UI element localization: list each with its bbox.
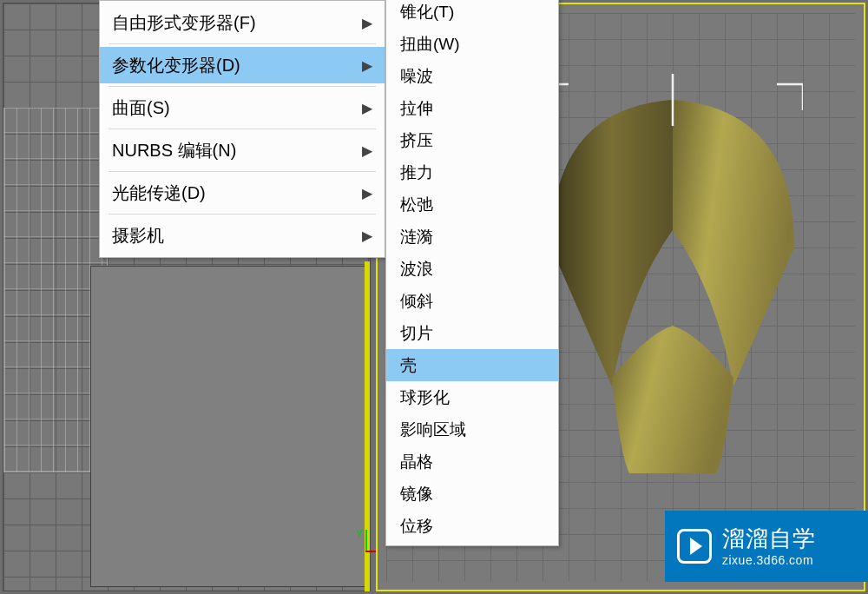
3d-object[interactable]	[542, 74, 803, 482]
menu-item-label: 噪波	[400, 65, 544, 88]
submenu-item-noise[interactable]: 噪波	[386, 60, 558, 92]
menu-separator	[108, 43, 376, 44]
submenu-item-spherify[interactable]: 球形化	[386, 381, 558, 413]
context-menu-main: 自由形式变形器(F) ▶ 参数化变形器(D) ▶ 曲面(S) ▶ NURBS 编…	[99, 0, 385, 258]
menu-item-label: 镜像	[400, 483, 544, 505]
menu-item-label: 影响区域	[400, 419, 544, 441]
submenu-item-mirror[interactable]: 镜像	[386, 478, 558, 510]
submenu-item-push[interactable]: 推力	[386, 156, 558, 188]
submenu-item-affect-region[interactable]: 影响区域	[386, 413, 558, 446]
submenu-item-relax[interactable]: 松弛	[386, 188, 558, 221]
context-menu-sub: 锥化(T) 扭曲(W) 噪波 拉伸 挤压 推力 松弛 涟漪 波浪 倾斜 切片 壳…	[385, 0, 559, 546]
menu-item-label: 摄影机	[112, 224, 362, 248]
watermark-badge: 溜溜自学 zixue.3d66.com	[665, 511, 868, 582]
submenu-item-ripple[interactable]: 涟漪	[386, 221, 558, 253]
menu-item-label: 位移	[400, 515, 544, 538]
submenu-item-stretch[interactable]: 拉伸	[386, 92, 558, 124]
chevron-right-icon: ▶	[362, 142, 372, 159]
menu-separator	[108, 214, 376, 214]
play-icon	[677, 529, 712, 564]
menu-item-freeform-deform[interactable]: 自由形式变形器(F) ▶	[100, 4, 385, 41]
watermark-title: 溜溜自学	[722, 525, 816, 553]
menu-separator	[108, 129, 376, 129]
menu-item-label: 曲面(S)	[112, 96, 362, 120]
chevron-right-icon: ▶	[362, 15, 372, 31]
menu-item-label: 自由形式变形器(F)	[112, 11, 362, 35]
menu-item-label: 球形化	[400, 386, 544, 409]
menu-item-label: 锥化(T)	[400, 1, 544, 23]
menu-item-label: 波浪	[400, 258, 544, 280]
submenu-item-wave[interactable]: 波浪	[386, 253, 558, 285]
submenu-item-displace[interactable]: 位移	[386, 510, 558, 542]
menu-separator	[108, 171, 376, 172]
submenu-item-twist[interactable]: 扭曲(W)	[386, 28, 558, 60]
menu-item-label: 参数化变形器(D)	[112, 54, 362, 77]
menu-item-label: NURBS 编辑(N)	[112, 139, 362, 162]
viewport-left-panel	[90, 266, 368, 587]
menu-item-radiosity[interactable]: 光能传递(D) ▶	[100, 175, 385, 211]
submenu-item-shell[interactable]: 壳	[386, 349, 558, 381]
axis-y-label: y	[357, 526, 362, 538]
menu-item-surface[interactable]: 曲面(S) ▶	[100, 89, 385, 126]
menu-item-label: 晶格	[400, 451, 544, 473]
menu-separator	[108, 86, 376, 87]
menu-item-label: 挤压	[400, 129, 544, 152]
axis-y	[365, 530, 367, 552]
menu-item-label: 光能传递(D)	[112, 182, 362, 205]
submenu-item-taper[interactable]: 锥化(T)	[386, 0, 558, 28]
chevron-right-icon: ▶	[362, 57, 372, 74]
menu-item-label: 推力	[400, 162, 544, 184]
chevron-right-icon: ▶	[362, 228, 372, 244]
menu-item-label: 壳	[400, 354, 544, 377]
menu-item-label: 倾斜	[400, 290, 544, 313]
watermark-url: zixue.3d66.com	[722, 553, 816, 569]
chevron-right-icon: ▶	[362, 185, 372, 201]
menu-item-label: 拉伸	[400, 97, 544, 120]
menu-item-parametric-deform[interactable]: 参数化变形器(D) ▶	[100, 47, 385, 83]
submenu-item-squeeze[interactable]: 挤压	[386, 124, 558, 156]
menu-item-label: 扭曲(W)	[400, 33, 544, 56]
menu-item-label: 涟漪	[400, 226, 544, 248]
menu-item-camera[interactable]: 摄影机 ▶	[100, 217, 385, 254]
chevron-right-icon: ▶	[362, 100, 372, 116]
submenu-item-slice[interactable]: 切片	[386, 317, 558, 349]
menu-item-label: 切片	[400, 322, 544, 345]
cup-shape-svg	[542, 74, 803, 482]
submenu-item-skew[interactable]: 倾斜	[386, 285, 558, 317]
menu-item-label: 松弛	[400, 194, 544, 216]
submenu-item-lattice[interactable]: 晶格	[386, 446, 558, 478]
menu-item-nurbs-edit[interactable]: NURBS 编辑(N) ▶	[100, 132, 385, 168]
